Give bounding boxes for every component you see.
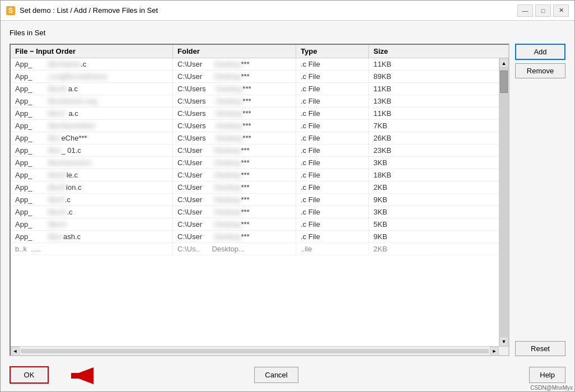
- main-content: File − Input Order Folder Type Size App_…: [10, 44, 565, 356]
- table-row[interactable]: App_ BlurC a.c C:\Users Desktop*** .c Fi…: [11, 108, 499, 120]
- table-row[interactable]: App_ BlureChe*** C:\Users Desktop*** .c …: [11, 132, 499, 144]
- type-cell: .c File: [296, 206, 369, 218]
- window-title: Set demo : List / Add / Remove Files in …: [20, 6, 158, 15]
- size-cell: 26KB: [369, 132, 414, 144]
- maximize-button[interactable]: □: [535, 4, 551, 17]
- folder-cell: C:\Users Desktop***: [173, 95, 296, 107]
- folder-cell: C:\Users Desktop***: [173, 132, 296, 144]
- size-cell: 3KB: [369, 206, 414, 218]
- table-row[interactable]: App_ BlurB a.c C:\Users Desktop*** .c Fi…: [11, 83, 499, 95]
- table-row[interactable]: App_ BlurNameMed C:\Users Desktop*** .c …: [11, 120, 499, 132]
- file-cell: App_ BlurB a.c: [11, 83, 173, 95]
- size-cell: 11KB: [369, 108, 414, 119]
- file-cell: App_ BlurNameSm: [11, 157, 173, 169]
- add-button[interactable]: Add: [515, 44, 565, 60]
- file-cell: App_ BlurC a.c: [11, 108, 173, 119]
- file-cell: App_ BlureChe***: [11, 132, 173, 144]
- window-body: Files in Set File − Input Order Folder T…: [1, 21, 574, 391]
- size-cell: 23KB: [369, 144, 414, 156]
- table-row[interactable]: App_ BlurH C:\User Desktop*** .c File 5K…: [11, 218, 499, 231]
- close-button[interactable]: ✕: [553, 4, 569, 17]
- scroll-thumb[interactable]: [500, 71, 508, 93]
- footer-right: Help: [504, 367, 565, 383]
- file-cell: App_ BlurIash.c: [11, 231, 173, 242]
- title-bar-left: S Set demo : List / Add / Remove Files i…: [6, 6, 158, 15]
- size-cell: 9KB: [369, 194, 414, 206]
- type-cell: .c File: [296, 194, 369, 206]
- type-cell: .c File: [296, 71, 369, 82]
- h-scroll-track[interactable]: [21, 349, 489, 353]
- header-size: Size: [369, 45, 414, 58]
- file-cell: App_ BlurName.c: [11, 58, 173, 70]
- file-cell: App_ LongBlurredName: [11, 71, 173, 82]
- size-cell: 5KB: [369, 218, 414, 230]
- folder-cell: C:\User Desktop***: [173, 144, 296, 156]
- file-cell: App_ BlurDle.c: [11, 169, 173, 181]
- reset-button[interactable]: Reset: [515, 341, 565, 356]
- arrow-indicator: [54, 362, 99, 391]
- title-bar: S Set demo : List / Add / Remove Files i…: [1, 1, 574, 21]
- footer-center: Cancel: [49, 367, 504, 383]
- file-cell: b..k .....: [11, 243, 173, 255]
- folder-cell: C:\Us.. Desktop...: [173, 243, 296, 255]
- table-row[interactable]: b..k ..... C:\Us.. Desktop... ..ile 2KB: [11, 243, 499, 255]
- size-cell: 2KB: [369, 181, 414, 193]
- table-row[interactable]: App_ BlurNameSm C:\User Desktop*** .c Fi…: [11, 157, 499, 169]
- remove-button[interactable]: Remove: [515, 63, 565, 78]
- horizontal-scrollbar[interactable]: ◄ ►: [11, 346, 508, 355]
- watermark: CSDN@MnxMyx: [530, 385, 573, 391]
- scroll-track[interactable]: [499, 68, 508, 337]
- folder-cell: C:\User Desktop***: [173, 231, 296, 242]
- ok-button[interactable]: OK: [10, 366, 49, 384]
- header-file: File − Input Order: [11, 45, 173, 58]
- size-cell: 18KB: [369, 169, 414, 181]
- type-cell: .c File: [296, 95, 369, 107]
- file-table-container: File − Input Order Folder Type Size App_…: [10, 44, 509, 356]
- table-row[interactable]: App_ BlurEion.c C:\User Desktop*** .c Fi…: [11, 181, 499, 194]
- header-type: Type: [296, 45, 369, 58]
- header-folder: Folder: [173, 45, 296, 58]
- folder-cell: C:\Users Desktop***: [173, 83, 296, 95]
- svg-text:S: S: [8, 7, 13, 15]
- vertical-scrollbar[interactable]: ▲ ▼: [499, 58, 508, 346]
- minimize-button[interactable]: —: [517, 4, 533, 17]
- scroll-right-arrow[interactable]: ►: [490, 347, 499, 356]
- size-cell: 11KB: [369, 58, 414, 70]
- scroll-down-arrow[interactable]: ▼: [499, 337, 508, 346]
- folder-cell: C:\User Desktop***: [173, 169, 296, 181]
- table-row[interactable]: App_ BlurDle.c C:\User Desktop*** .c Fil…: [11, 169, 499, 181]
- folder-cell: C:\User Desktop***: [173, 194, 296, 206]
- type-cell: .c File: [296, 231, 369, 242]
- type-cell: .c File: [296, 144, 369, 156]
- type-cell: .c File: [296, 132, 369, 144]
- size-cell: 89KB: [369, 71, 414, 82]
- table-row[interactable]: App_ BlurIash.c C:\User Desktop*** .c Fi…: [11, 231, 499, 243]
- table-row[interactable]: App_ BlurF.c C:\User Desktop*** .c File …: [11, 194, 499, 206]
- type-cell: .c File: [296, 108, 369, 119]
- cancel-button[interactable]: Cancel: [254, 367, 298, 383]
- title-controls: — □ ✕: [517, 4, 569, 17]
- folder-cell: C:\User Desktop***: [173, 218, 296, 230]
- scroll-up-arrow[interactable]: ▲: [499, 58, 508, 68]
- table-scroll[interactable]: App_ BlurName.c C:\User Desktop*** .c Fi…: [11, 58, 508, 346]
- table-row[interactable]: App_ BlurG.c C:\User Desktop*** .c File …: [11, 206, 499, 218]
- type-cell: .c File: [296, 181, 369, 193]
- file-cell: App_ BlurH: [11, 218, 173, 230]
- table-row[interactable]: App_ BlurNameLong C:\Users Desktop*** .c…: [11, 95, 499, 108]
- help-button[interactable]: Help: [529, 367, 565, 383]
- folder-cell: C:\Users Desktop***: [173, 120, 296, 132]
- table-row[interactable]: App_ LongBlurredName C:\User Desktop*** …: [11, 71, 499, 83]
- folder-cell: C:\User Desktop***: [173, 181, 296, 193]
- scroll-left-arrow[interactable]: ◄: [11, 347, 20, 356]
- table-row[interactable]: App_ BlurName.c C:\User Desktop*** .c Fi…: [11, 58, 499, 71]
- type-cell: .c File: [296, 157, 369, 169]
- svg-rect-3: [71, 373, 94, 379]
- file-cell: App_ BlurF.c: [11, 194, 173, 206]
- table-row[interactable]: App_ Blur_ 01.c C:\User Desktop*** .c Fi…: [11, 144, 499, 157]
- size-cell: 11KB: [369, 83, 414, 95]
- file-cell: App_ BlurG.c: [11, 206, 173, 218]
- type-cell: .c File: [296, 169, 369, 181]
- footer: OK Cancel Help: [10, 361, 565, 386]
- folder-cell: C:\User Desktop***: [173, 157, 296, 169]
- folder-cell: C:\User Desktop***: [173, 58, 296, 70]
